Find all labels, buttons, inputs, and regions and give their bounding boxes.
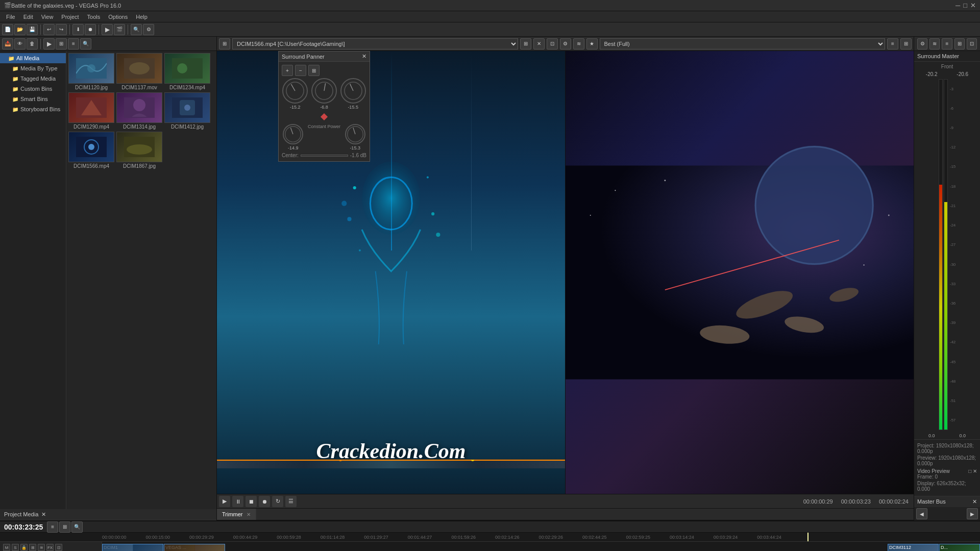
clip-d-row1[interactable]: D... xyxy=(939,544,980,552)
media-item-dcim1137[interactable]: DCIM1137.mov xyxy=(116,53,162,90)
media-label-dcim-extra: DCIM1867.jpg xyxy=(116,163,162,169)
menu-project[interactable]: Project xyxy=(57,11,83,22)
trimmer-tab[interactable]: Trimmer ✕ xyxy=(217,509,256,520)
save-button[interactable]: 💾 xyxy=(27,24,38,35)
pc-loop-btn[interactable]: ↻ xyxy=(272,496,283,507)
media-view-button[interactable]: 👁 xyxy=(14,38,26,49)
sp-minus-btn[interactable]: − xyxy=(295,65,306,76)
pc-play-btn[interactable]: ▶ xyxy=(219,496,230,507)
menu-view[interactable]: View xyxy=(37,11,58,22)
record-button[interactable]: ⏺ xyxy=(85,24,96,35)
preview-calc-btn[interactable]: ≋ xyxy=(573,38,584,49)
redo-button[interactable]: ↪ xyxy=(56,24,67,35)
menu-file[interactable]: File xyxy=(2,11,19,22)
preview-qual-btn[interactable]: ★ xyxy=(586,38,598,49)
track-1-expand[interactable]: ⊞ xyxy=(29,544,36,551)
media-item-dcim1314[interactable]: DCIM1314.jpg xyxy=(116,92,162,130)
media-item-dcim-extra[interactable]: DCIM1867.jpg xyxy=(116,132,162,169)
preview-opt2-btn[interactable]: ⊞ xyxy=(900,38,912,49)
render-button[interactable]: 🎬 xyxy=(114,24,125,35)
panel-arrow-left[interactable]: ◀ xyxy=(916,508,927,519)
preview-settings-btn[interactable]: ⚙ xyxy=(560,38,571,49)
settings-button[interactable]: ⚙ xyxy=(143,24,154,35)
sp-center-slider[interactable] xyxy=(301,155,348,157)
clip-dcim3112[interactable]: DCIM3112 xyxy=(888,544,939,552)
preview-source-btn[interactable]: ⊞ xyxy=(219,38,230,49)
pc-record-btn[interactable]: ⏺ xyxy=(259,496,270,507)
panel-arrow-right[interactable]: ▶ xyxy=(967,508,978,519)
sp-dial-3[interactable] xyxy=(340,78,366,104)
close-button[interactable]: ✕ xyxy=(970,2,976,9)
master-bus-close[interactable]: ✕ xyxy=(972,498,977,505)
pc-pause-btn[interactable]: ⏸ xyxy=(232,496,243,507)
media-search-button[interactable]: 🔍 xyxy=(80,38,91,49)
tree-item-all-media[interactable]: 📁 All Media xyxy=(0,53,66,63)
rp-grid-btn[interactable]: ⊞ xyxy=(954,38,965,49)
vu-bar-1 xyxy=(939,79,943,430)
pc-menu-btn[interactable]: ☰ xyxy=(285,496,297,507)
clip-vegas-row1[interactable]: VEGAS ... xyxy=(164,544,225,552)
sp-dial-2[interactable] xyxy=(311,78,337,104)
preview-grid-btn[interactable]: ⊞ xyxy=(520,38,531,49)
video-preview-close[interactable]: □ ✕ xyxy=(968,468,977,474)
clip-dcim1-row1[interactable]: DCIM1 xyxy=(102,544,163,552)
track-1-lock[interactable]: 🔒 xyxy=(20,544,28,551)
tree-item-custom-bins[interactable]: 📁 Custom Bins xyxy=(0,84,66,94)
media-list-button[interactable]: ≡ xyxy=(68,38,79,49)
import-media-button[interactable]: 📥 xyxy=(2,38,13,49)
track-1-mute[interactable]: M xyxy=(3,544,10,551)
tl-btn-3[interactable]: 🔍 xyxy=(71,521,83,533)
tree-item-smart-bins[interactable]: 📁 Smart Bins xyxy=(0,94,66,104)
trimmer-close[interactable]: ✕ xyxy=(247,512,251,517)
sp-dial-1[interactable] xyxy=(282,78,308,104)
sp-dial-5[interactable] xyxy=(345,124,365,144)
surround-panner-close[interactable]: ✕ xyxy=(362,53,366,60)
tree-label-media-by-type: Media By Type xyxy=(20,65,58,71)
rp-expand-btn[interactable]: ⊡ xyxy=(967,38,977,49)
media-play-button[interactable]: ▶ xyxy=(43,38,55,49)
new-project-button[interactable]: 📄 xyxy=(2,24,13,35)
sp-grid-btn[interactable]: ⊞ xyxy=(308,65,320,76)
tl-btn-2[interactable]: ⊞ xyxy=(59,521,70,533)
import-button[interactable]: ⬇ xyxy=(72,24,84,35)
track-1-more[interactable]: ≋ xyxy=(38,544,45,551)
media-item-dcim1412[interactable]: DCIM1412.jpg xyxy=(164,92,210,130)
media-delete-button[interactable]: 🗑 xyxy=(27,38,38,49)
sp-dial-4[interactable] xyxy=(283,124,303,144)
preview-source-select[interactable]: DCIM1566.mp4 [C:\User\Footage\Gaming\] xyxy=(232,38,518,49)
undo-button[interactable]: ↩ xyxy=(43,24,55,35)
video-track-1-content[interactable]: DCIM1 VEGAS ... DCIM3112 xyxy=(102,542,980,551)
ruler-8: 00:01:59:26 xyxy=(451,535,476,540)
tree-item-tagged-media[interactable]: 📁 Tagged Media xyxy=(0,73,66,84)
minimize-button[interactable]: ─ xyxy=(955,2,960,9)
rp-calc-btn[interactable]: ≡ xyxy=(942,38,952,49)
preview-quality-select[interactable]: Best (Full) xyxy=(600,38,886,49)
open-button[interactable]: 📂 xyxy=(14,24,26,35)
maximize-button[interactable]: □ xyxy=(963,2,967,9)
menu-edit[interactable]: Edit xyxy=(19,11,37,22)
media-item-dcim1234[interactable]: DCIM1234.mp4 xyxy=(164,53,210,90)
media-grid-button[interactable]: ⊞ xyxy=(56,38,67,49)
rp-connect-btn[interactable]: ≋ xyxy=(929,38,940,49)
tl-btn-1[interactable]: ≡ xyxy=(47,521,58,533)
track-1-solo[interactable]: S xyxy=(12,544,19,551)
preview-ext-btn[interactable]: ⊡ xyxy=(547,38,558,49)
sp-add-btn[interactable]: + xyxy=(282,65,293,76)
play-button[interactable]: ▶ xyxy=(102,24,113,35)
rp-settings-btn[interactable]: ⚙ xyxy=(917,38,927,49)
menu-options[interactable]: Options xyxy=(104,11,132,22)
menu-tools[interactable]: Tools xyxy=(83,11,105,22)
tree-item-media-by-type[interactable]: 📁 Media By Type xyxy=(0,63,66,73)
media-item-dcim1290[interactable]: DCIM1290.mp4 xyxy=(68,92,114,130)
track-1-vfx[interactable]: FX xyxy=(46,544,54,551)
menu-help[interactable]: Help xyxy=(132,11,152,22)
pc-stop-btn[interactable]: ⏹ xyxy=(246,496,257,507)
zoom-in-button[interactable]: 🔍 xyxy=(131,24,142,35)
preview-timeline-strip[interactable] xyxy=(217,459,565,468)
media-item-dcim1120[interactable]: DCIM1120.jpg xyxy=(68,53,114,90)
tree-item-storyboard-bins[interactable]: 📁 Storyboard Bins xyxy=(0,104,66,114)
track-1-envelope[interactable]: ⊡ xyxy=(55,544,62,551)
media-item-dcim1566[interactable]: DCIM1566.mp4 xyxy=(68,132,114,169)
preview-close-btn[interactable]: ✕ xyxy=(533,38,545,49)
preview-opt1-btn[interactable]: ≡ xyxy=(887,38,898,49)
